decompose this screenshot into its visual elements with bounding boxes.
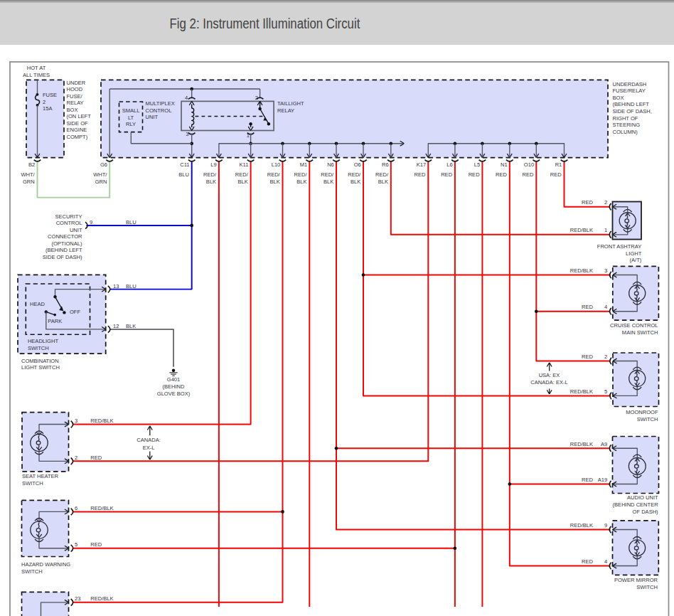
svg-text:EX-L: EX-L <box>143 444 155 450</box>
svg-text:SWITCH: SWITCH <box>22 480 43 487</box>
svg-text:RED: RED <box>441 171 452 178</box>
svg-text:SWITCH: SWITCH <box>21 568 43 575</box>
svg-text:SMALL: SMALL <box>122 107 140 114</box>
svg-text:5: 5 <box>75 541 77 548</box>
svg-text:RED: RED <box>582 558 593 565</box>
svg-text:RED: RED <box>582 477 593 483</box>
svg-text:A19: A19 <box>598 477 607 483</box>
svg-text:SECURITY: SECURITY <box>55 213 82 220</box>
svg-text:PARK: PARK <box>48 318 62 324</box>
svg-text:BLU: BLU <box>126 283 137 290</box>
svg-text:3: 3 <box>75 418 77 424</box>
svg-text:FUSE/RELAY: FUSE/RELAY <box>613 87 646 94</box>
svg-text:USA: EX: USA: EX <box>539 372 560 378</box>
svg-text:BLK: BLK <box>238 179 248 185</box>
svg-text:(A/T): (A/T) <box>630 257 642 263</box>
svg-text:RED: RED <box>550 171 562 178</box>
svg-text:RED/: RED/ <box>348 171 361 178</box>
svg-text:HAZARD WARNING: HAZARD WARNING <box>21 561 70 568</box>
svg-text:LIGHT SWITCH: LIGHT SWITCH <box>21 364 60 371</box>
svg-text:K17: K17 <box>417 161 426 168</box>
svg-text:RED: RED <box>582 199 593 206</box>
svg-text:RED/BLK: RED/BLK <box>90 418 113 424</box>
svg-text:2: 2 <box>604 354 607 360</box>
svg-text:RED/BLK: RED/BLK <box>570 267 593 274</box>
svg-text:RLY: RLY <box>126 121 136 127</box>
svg-text:BLK: BLK <box>351 179 360 185</box>
svg-text:RED/BLK: RED/BLK <box>570 440 593 447</box>
svg-text:RED/: RED/ <box>203 171 217 178</box>
svg-text:A9: A9 <box>601 440 607 447</box>
svg-text:WHT/: WHT/ <box>21 171 35 178</box>
svg-text:RELAY: RELAY <box>277 107 294 114</box>
svg-text:OF DASH): OF DASH) <box>633 509 658 515</box>
svg-text:WHT/: WHT/ <box>93 171 107 178</box>
svg-text:2: 2 <box>75 455 77 461</box>
svg-text:RED: RED <box>90 455 102 461</box>
svg-text:FRONT ASHTRAY: FRONT ASHTRAY <box>597 243 641 250</box>
svg-text:BLK: BLK <box>269 179 279 185</box>
svg-text:RED: RED <box>90 541 102 548</box>
svg-text:RED: RED <box>469 171 480 178</box>
svg-text:MULTIPLEX: MULTIPLEX <box>146 100 175 107</box>
svg-text:3: 3 <box>186 131 188 137</box>
svg-text:Fig 2: Instrument Illumination: Fig 2: Instrument Illumination Circuit <box>170 15 360 31</box>
svg-text:AUDIO UNIT: AUDIO UNIT <box>627 494 658 501</box>
svg-text:ALL TIMES: ALL TIMES <box>23 72 50 78</box>
svg-text:OFF: OFF <box>70 309 80 315</box>
svg-text:O10: O10 <box>524 161 534 168</box>
svg-text:RED/: RED/ <box>375 171 389 178</box>
svg-text:GRN: GRN <box>23 179 35 185</box>
svg-text:23: 23 <box>75 595 80 602</box>
svg-text:2: 2 <box>255 95 258 101</box>
svg-text:R6: R6 <box>382 161 389 168</box>
svg-text:MOONROOF: MOONROOF <box>626 409 658 415</box>
svg-text:BLU: BLU <box>178 171 189 178</box>
svg-text:CANADA:: CANADA: <box>137 437 160 443</box>
svg-text:CONNECTOR: CONNECTOR <box>48 233 82 240</box>
svg-text:RED/BLK: RED/BLK <box>90 595 113 602</box>
svg-text:RED: RED <box>496 171 507 178</box>
svg-text:UNIT: UNIT <box>70 227 82 233</box>
svg-text:RED/BLK: RED/BLK <box>570 227 593 233</box>
svg-text:N6: N6 <box>327 161 334 168</box>
svg-text:RED/: RED/ <box>294 171 307 178</box>
svg-text:UNDERDASH: UNDERDASH <box>613 81 647 87</box>
svg-text:RIGHT OF: RIGHT OF <box>613 115 638 121</box>
svg-text:C11: C11 <box>180 161 189 168</box>
svg-text:SIDE OF: SIDE OF <box>67 120 88 127</box>
svg-text:RED/BLK: RED/BLK <box>90 505 113 511</box>
svg-text:RED: RED <box>582 304 593 310</box>
svg-text:STEERING: STEERING <box>613 122 641 128</box>
svg-text:BLU: BLU <box>126 219 137 225</box>
svg-text:LT: LT <box>128 114 134 120</box>
svg-text:SWITCH: SWITCH <box>637 416 658 423</box>
svg-text:BLK: BLK <box>323 179 333 185</box>
svg-text:RED/: RED/ <box>267 171 281 178</box>
svg-text:L6: L6 <box>446 161 452 168</box>
svg-text:BLK: BLK <box>126 323 136 329</box>
svg-text:FUSE/: FUSE/ <box>67 93 83 100</box>
svg-text:POWER MIRROR: POWER MIRROR <box>614 577 658 583</box>
svg-text:12: 12 <box>113 323 119 329</box>
svg-text:L9: L9 <box>210 161 216 168</box>
svg-text:RED/BLK: RED/BLK <box>570 522 593 529</box>
svg-text:HOT AT: HOT AT <box>27 65 46 71</box>
svg-text:9: 9 <box>604 522 607 529</box>
svg-text:(ON LEFT: (ON LEFT <box>67 113 92 120</box>
svg-text:O6: O6 <box>354 161 361 168</box>
svg-text:HEADLIGHT: HEADLIGHT <box>28 338 58 344</box>
svg-text:1: 1 <box>604 227 607 233</box>
svg-text:SEAT HEATER: SEAT HEATER <box>22 473 59 479</box>
svg-text:COMPT): COMPT) <box>67 134 88 140</box>
svg-text:SIDE OF DASH,: SIDE OF DASH, <box>613 108 652 115</box>
svg-text:(OPTIONAL): (OPTIONAL) <box>51 240 82 247</box>
svg-text:BOX: BOX <box>613 95 624 101</box>
svg-text:SWITCH: SWITCH <box>28 345 49 351</box>
svg-text:CRUISE CONTROL: CRUISE CONTROL <box>610 322 658 329</box>
svg-text:RED: RED <box>582 354 593 360</box>
svg-text:BLK: BLK <box>296 179 306 185</box>
svg-text:2: 2 <box>43 99 46 105</box>
svg-text:RELAY: RELAY <box>67 100 84 106</box>
svg-text:(BEHIND LEFT: (BEHIND LEFT <box>613 101 650 107</box>
